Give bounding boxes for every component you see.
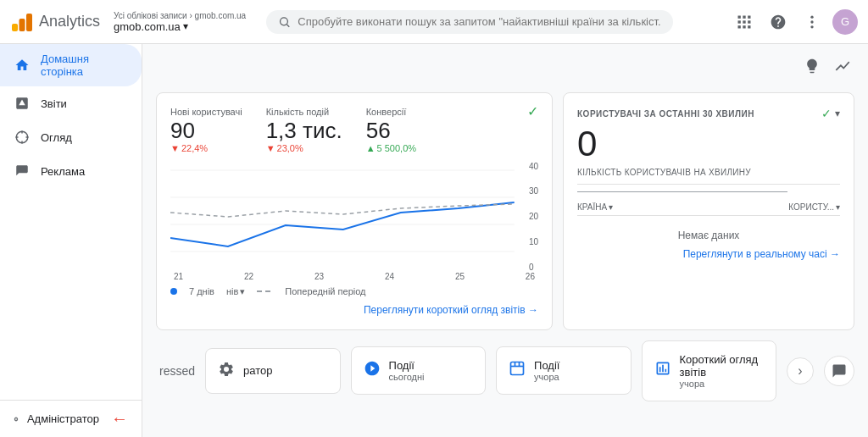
rt-card-footer: Переглянути в реальному часі → — [577, 248, 840, 260]
down-arrow-icon: ▼ — [170, 143, 180, 153]
rt-title: КОРИСТУВАЧІ ЗА ОСТАННІ 30 ХВИЛИН — [577, 109, 754, 119]
account-name[interactable]: gmob.com.ua ▾ — [114, 20, 246, 33]
sidebar-ads-label: Реклама — [41, 165, 85, 178]
x-label-25: 25 — [455, 272, 465, 281]
sidebar-item-reports[interactable]: Звіти — [0, 86, 142, 120]
ads-icon — [14, 163, 31, 180]
events-change: ▼ 23,0% — [266, 143, 342, 153]
y-label-20: 20 — [529, 212, 538, 221]
svg-point-3 — [281, 17, 288, 25]
events-label: Кількість подій — [266, 107, 342, 117]
customize-icon-btn[interactable] — [831, 54, 854, 82]
svg-point-15 — [810, 20, 813, 23]
sidebar: Домашня сторінка Звіти Огляд Реклама Адм… — [0, 44, 142, 437]
account-info: Усі облікові записи › gmob.com.ua gmob.c… — [114, 11, 246, 33]
sidebar-item-admin[interactable]: Адміністратор ← — [0, 400, 142, 437]
sidebar-item-explore[interactable]: Огляд — [0, 120, 142, 154]
content-area: Нові користувачі 90 ▼ 22,4% Кількість по… — [142, 44, 868, 437]
svg-rect-2 — [26, 14, 32, 31]
chat-btn[interactable] — [824, 356, 854, 386]
svg-rect-6 — [743, 15, 745, 18]
x-label-22: 22 — [244, 272, 253, 281]
search-input[interactable] — [298, 15, 661, 28]
period-dropdown-arrow: ▾ — [240, 286, 245, 297]
analytics-logo-icon — [10, 10, 34, 34]
y-label-40: 40 — [529, 162, 538, 171]
conversions-label: Конверсії — [366, 107, 416, 117]
rt-no-data: Немає даних — [577, 230, 840, 241]
rt-dropdown-arrow[interactable]: ▾ — [835, 108, 840, 119]
metrics-card: Нові користувачі 90 ▼ 22,4% Кількість по… — [156, 92, 553, 330]
svg-rect-11 — [738, 25, 741, 28]
new-users-change: ▼ 22,4% — [170, 143, 242, 153]
country-col-btn[interactable]: КРАЇНА ▾ — [577, 202, 613, 212]
more-icon-btn[interactable] — [798, 8, 826, 36]
logo-text: Analytics — [39, 13, 100, 30]
new-users-value: 90 — [170, 119, 242, 143]
apps-icon-btn[interactable] — [731, 8, 758, 36]
svg-rect-22 — [511, 362, 524, 375]
lightbulb-icon-btn[interactable] — [800, 54, 824, 82]
card4-title: Короткий огляд звітів — [680, 353, 765, 379]
card2-sub: сьогодні — [389, 372, 425, 382]
conversions-value: 56 — [366, 119, 416, 143]
x-label-21: 21 — [174, 272, 183, 281]
svg-rect-5 — [738, 15, 741, 18]
events-today-icon — [364, 360, 381, 381]
main-layout: Домашня сторінка Звіти Огляд Реклама Адм… — [0, 44, 868, 437]
chart-svg — [170, 162, 538, 272]
arrow-red-icon: ← — [111, 409, 128, 429]
svg-rect-0 — [12, 24, 18, 31]
view-reports-link[interactable]: Переглянути короткий огляд звітів → — [364, 304, 538, 316]
card1-text: ратор — [243, 364, 272, 377]
period-dropdown[interactable]: нів ▾ — [226, 286, 245, 297]
search-icon — [278, 15, 291, 29]
chart-x-labels: 21 22 23 24 25 26 — [170, 272, 538, 281]
svg-rect-9 — [743, 20, 745, 23]
legend-current-label: 7 днів — [189, 286, 214, 296]
metrics-top: Нові користувачі 90 ▼ 22,4% Кількість по… — [170, 107, 538, 153]
chart-area: 40 30 20 10 0 — [170, 162, 538, 272]
metric-conversions: Конверсії 56 ▲ 5 500,0% — [366, 107, 416, 153]
reports-overview-icon — [654, 360, 671, 381]
country-col-arrow: ▾ — [609, 202, 613, 212]
svg-point-16 — [810, 25, 813, 28]
cards-row: Нові користувачі 90 ▼ 22,4% Кількість по… — [156, 92, 854, 330]
header: Analytics Усі облікові записи › gmob.com… — [0, 0, 868, 44]
avatar[interactable]: G — [832, 9, 858, 35]
x-label-23: 23 — [314, 272, 324, 281]
users-col-btn[interactable]: КОРИСТУ... ▾ — [788, 202, 840, 212]
view-realtime-link[interactable]: Переглянути в реальному часі → — [683, 248, 840, 260]
chart-legend: 7 днів нів ▾ Попередній період — [170, 286, 538, 297]
logo: Analytics — [10, 10, 100, 34]
card4-sub: учора — [680, 379, 765, 389]
svg-rect-13 — [748, 25, 750, 28]
sidebar-item-home[interactable]: Домашня сторінка — [0, 44, 142, 86]
suggestion-card-4: Короткий огляд звітів учора — [642, 340, 777, 401]
next-card-btn[interactable]: › — [787, 357, 814, 384]
y-label-10: 10 — [529, 237, 538, 246]
rt-subtitle: КІЛЬКІСТЬ КОРИСТУВАЧІВ НА ХВИЛИНУ — [577, 168, 840, 177]
metric-new-users: Нові користувачі 90 ▼ 22,4% — [170, 107, 242, 153]
sidebar-explore-label: Огляд — [41, 131, 72, 144]
sidebar-reports-label: Звіти — [41, 97, 67, 110]
metric-events: Кількість подій 1,3 тис. ▼ 23,0% — [266, 107, 342, 153]
help-icon-btn[interactable] — [765, 8, 792, 36]
rt-table-header: КРАЇНА ▾ КОРИСТУ... ▾ — [577, 199, 840, 216]
rt-separator — [577, 184, 840, 185]
sidebar-item-ads[interactable]: Реклама — [0, 154, 142, 188]
events-yesterday-icon — [509, 360, 526, 381]
search-bar[interactable] — [266, 10, 673, 34]
realtime-card: КОРИСТУВАЧІ ЗА ОСТАННІ 30 ХВИЛИН ✓ ▾ 0 К… — [563, 92, 854, 330]
explore-icon — [14, 129, 31, 146]
rt-header: КОРИСТУВАЧІ ЗА ОСТАННІ 30 ХВИЛИН ✓ ▾ — [577, 107, 840, 120]
svg-rect-7 — [748, 15, 750, 18]
svg-rect-12 — [743, 25, 745, 28]
rt-check-icon: ✓ — [821, 107, 832, 120]
bottom-row: ressed ратор Події сьогодні — [156, 340, 854, 401]
card4-text: Короткий огляд звітів учора — [680, 353, 765, 389]
account-dropdown-icon: ▾ — [183, 20, 188, 32]
account-breadcrumb: Усі облікові записи › gmob.com.ua — [114, 11, 246, 20]
legend-current-dot — [170, 288, 177, 295]
legend-prev-label: Попередній період — [285, 286, 365, 296]
